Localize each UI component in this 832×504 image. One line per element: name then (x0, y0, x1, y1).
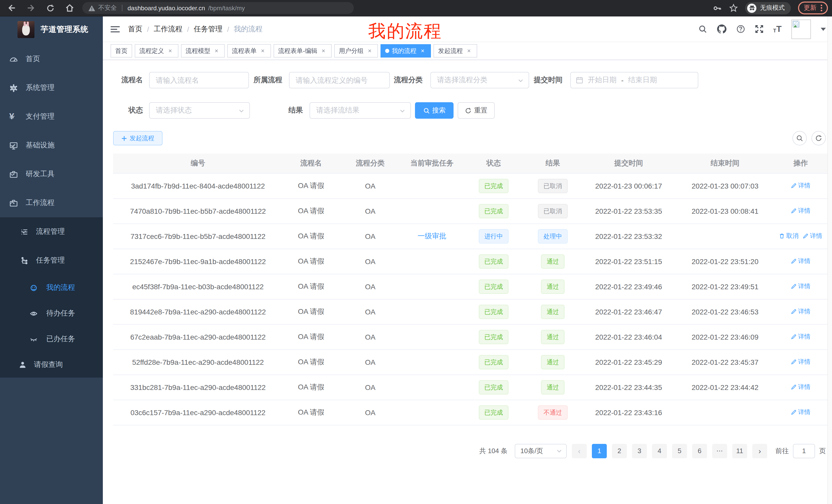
browser-home-icon[interactable] (65, 4, 74, 12)
detail-link[interactable]: 详情 (791, 206, 810, 215)
sidebar-collapse-icon[interactable] (110, 26, 120, 32)
tab-start-process[interactable]: 发起流程× (434, 44, 477, 58)
breadcrumb-task-management[interactable]: 任务管理 (194, 24, 223, 34)
sidebar-item-payment[interactable]: ¥ 支付管理 (0, 102, 103, 131)
breadcrumb-workflow[interactable]: 工作流程 (154, 24, 183, 34)
sidebar-item-dev-tools[interactable]: 研发工具 (0, 160, 103, 189)
tab-process-definition[interactable]: 流程定义× (135, 44, 178, 58)
process-definition-input[interactable] (289, 72, 390, 88)
detail-link[interactable]: 详情 (791, 257, 810, 265)
process-category-select[interactable]: 请选择流程分类 (431, 72, 529, 88)
cell-name: OA 请假 (283, 274, 339, 299)
sidebar-item-my-process[interactable]: 我的流程 (0, 275, 103, 301)
tags-view: 首页 流程定义× 流程模型× 流程表单× 流程表单-编辑× 用户分组× 我的流程… (103, 42, 832, 60)
avatar[interactable] (791, 19, 811, 39)
more-pages-button[interactable]: ⋯ (712, 444, 727, 458)
show-search-icon-button[interactable] (792, 131, 807, 145)
header-search-icon[interactable] (698, 25, 707, 33)
detail-link[interactable]: 详情 (791, 383, 810, 391)
address-bar[interactable]: 不安全 dashboard.yudao.iocoder.cn/bpm/task/… (82, 2, 354, 14)
refresh-icon (465, 107, 471, 114)
cancel-link[interactable]: 取消 (779, 232, 799, 241)
close-icon[interactable]: × (419, 47, 426, 54)
goto-page-input[interactable] (793, 444, 815, 458)
app-logo-row[interactable]: 芋道管理系统 (0, 17, 103, 43)
avatar-caret-icon[interactable] (821, 27, 826, 31)
browser-back-icon[interactable] (7, 4, 16, 12)
next-page-button[interactable]: › (752, 444, 767, 458)
fullscreen-icon[interactable] (755, 25, 763, 33)
prev-page-button[interactable]: ‹ (572, 444, 587, 458)
detail-link[interactable]: 详情 (791, 358, 810, 366)
tab-my-process[interactable]: 我的流程× (381, 44, 431, 58)
tab-process-form[interactable]: 流程表单× (227, 44, 271, 58)
page-button-6[interactable]: 6 (692, 444, 707, 458)
detail-link[interactable]: 详情 (791, 307, 810, 316)
detail-link[interactable]: 详情 (791, 181, 810, 190)
close-icon[interactable]: × (166, 47, 174, 54)
screen: 不安全 dashboard.yudao.iocoder.cn/bpm/task/… (0, 0, 832, 504)
password-key-icon[interactable] (713, 3, 722, 12)
omnibox-divider (122, 5, 122, 11)
close-icon[interactable]: × (465, 47, 473, 54)
status-badge: 进行中 (479, 229, 509, 243)
page-button-4[interactable]: 4 (652, 444, 667, 458)
github-icon[interactable] (717, 24, 726, 34)
chrome-menu-icon[interactable] (821, 5, 822, 11)
sidebar-item-system[interactable]: 系统管理 (0, 74, 103, 102)
page-button-1[interactable]: 1 (592, 444, 607, 458)
process-name-input[interactable] (149, 72, 249, 88)
status-label: 状态 (118, 106, 143, 115)
update-label[interactable]: 更新 (804, 4, 816, 12)
cell-status: 已完成 (463, 274, 524, 299)
sidebar-item-home[interactable]: 首页 (0, 45, 103, 74)
help-icon[interactable] (736, 25, 745, 33)
sidebar-item-leave-query[interactable]: 请假查询 (0, 352, 103, 377)
page-button-11[interactable]: 11 (732, 444, 747, 458)
cell-status: 已完成 (463, 299, 524, 324)
result-select[interactable]: 请选择流结果 (310, 102, 411, 119)
page-size-select[interactable]: 10条/页 (515, 444, 567, 458)
detail-link[interactable]: 详情 (791, 282, 810, 291)
detail-link[interactable]: 详情 (791, 332, 810, 341)
sidebar-item-todo-tasks[interactable]: 待办任务 (0, 301, 103, 326)
tab-home[interactable]: 首页 (110, 44, 132, 58)
submit-time-range-picker[interactable]: 开始日期 - 结束日期 (570, 72, 698, 88)
sidebar-item-task-management[interactable]: 任务管理 (0, 246, 103, 275)
font-size-icon[interactable]: TT (773, 25, 782, 33)
close-icon[interactable]: × (213, 47, 220, 54)
plus-icon (121, 135, 127, 141)
cell-status: 已完成 (463, 249, 524, 274)
cell-result: 通过 (524, 349, 581, 374)
scrollbar[interactable] (827, 17, 832, 504)
start-process-button[interactable]: 发起流程 (113, 131, 162, 145)
bookmark-star-icon[interactable] (729, 4, 738, 12)
sidebar-item-workflow[interactable]: 工作流程 (0, 189, 103, 217)
detail-link[interactable]: 详情 (803, 232, 822, 241)
sidebar-item-done-tasks[interactable]: 已办任务 (0, 326, 103, 352)
close-icon[interactable]: × (259, 47, 266, 54)
current-task-link[interactable]: 一级审批 (418, 231, 446, 240)
detail-link[interactable]: 详情 (791, 408, 810, 417)
chevron-down-icon (9, 85, 94, 91)
sidebar-item-label: 我的流程 (46, 283, 75, 292)
sidebar-item-infrastructure[interactable]: 基础设施 (0, 131, 103, 160)
tab-user-group[interactable]: 用户分组× (334, 44, 378, 58)
refresh-table-icon-button[interactable] (811, 131, 826, 145)
chrome-update-button[interactable]: 更新 (798, 2, 828, 15)
breadcrumb-home[interactable]: 首页 (128, 24, 142, 34)
sidebar-item-process-management[interactable]: 流程管理 (0, 217, 103, 246)
close-icon[interactable]: × (366, 47, 373, 54)
reset-button[interactable]: 重置 (458, 102, 495, 119)
close-icon[interactable]: × (320, 47, 327, 54)
browser-reload-icon[interactable] (46, 4, 54, 12)
browser-forward-icon[interactable] (27, 4, 35, 12)
tab-process-form-edit[interactable]: 流程表单-编辑× (274, 44, 332, 58)
page-button-3[interactable]: 3 (632, 444, 647, 458)
tab-process-model[interactable]: 流程模型× (181, 44, 225, 58)
search-button[interactable]: 搜索 (415, 102, 453, 119)
process-name-label: 流程名 (118, 76, 143, 85)
page-button-5[interactable]: 5 (672, 444, 687, 458)
status-select[interactable]: 请选择状态 (149, 102, 250, 119)
page-button-2[interactable]: 2 (612, 444, 627, 458)
